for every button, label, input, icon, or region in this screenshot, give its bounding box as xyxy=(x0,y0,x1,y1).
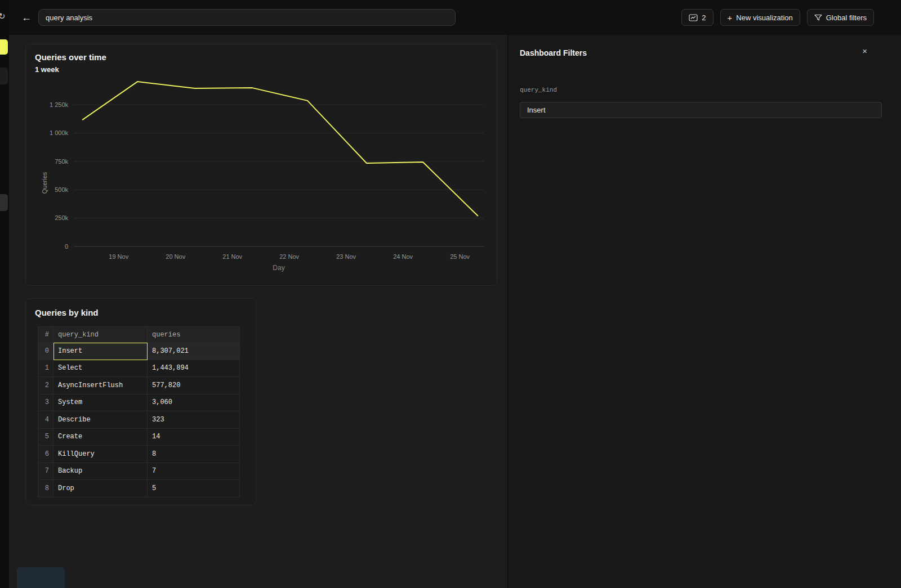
table-row[interactable]: 7Backup7 xyxy=(38,463,240,481)
table-header-cell[interactable]: # xyxy=(38,327,53,343)
chart-subtitle: 1 week xyxy=(35,65,59,74)
table-cell[interactable]: 5 xyxy=(148,480,240,497)
back-button[interactable]: ← xyxy=(21,12,36,24)
filter-field-label: query_kind xyxy=(520,87,557,93)
table-header-cell[interactable]: query_kind xyxy=(53,327,148,343)
bottom-left-widget[interactable] xyxy=(17,567,65,588)
table-cell[interactable]: 7 xyxy=(148,463,240,481)
content-row: 0250k500k750k1 000k1 250k19 Nov20 Nov21 … xyxy=(9,35,901,588)
funnel-icon xyxy=(814,14,822,21)
table-row[interactable]: 1Select1,443,894 xyxy=(38,360,240,378)
left-sidebar: ↻ xyxy=(0,0,9,588)
table-cell[interactable]: 7 xyxy=(38,463,53,481)
chart-title: Queries over time xyxy=(35,52,106,62)
y-tick-label: 500k xyxy=(55,186,68,193)
table-cell[interactable]: 0 xyxy=(38,343,53,360)
visualization-icon xyxy=(689,14,698,21)
table-cell[interactable]: System xyxy=(53,394,148,412)
table-cell[interactable]: Select xyxy=(53,360,148,378)
filter-value-input[interactable] xyxy=(520,102,882,118)
table-row[interactable]: 6KillQuery8 xyxy=(38,446,240,463)
table-cell[interactable]: 6 xyxy=(38,446,53,463)
table-cell[interactable]: KillQuery xyxy=(53,446,148,463)
table-row[interactable]: 5Create14 xyxy=(38,429,240,446)
sidebar-item[interactable] xyxy=(0,194,8,211)
table-cell[interactable]: 3 xyxy=(38,394,53,412)
app-root: ↻ ← 2 + New visualization xyxy=(0,0,901,588)
x-tick-label: 24 Nov xyxy=(393,253,413,260)
table-cell[interactable]: 8 xyxy=(38,480,53,497)
table-cell[interactable]: 4 xyxy=(38,411,53,429)
new-visualization-button[interactable]: + New visualization xyxy=(720,9,800,26)
y-tick-label: 750k xyxy=(55,158,68,165)
y-tick-label: 1 250k xyxy=(50,101,69,108)
table-cell[interactable]: 2 xyxy=(38,377,53,394)
table-panel: Queries by kind #query_kindqueries 0Inse… xyxy=(25,298,256,505)
sidebar-item[interactable] xyxy=(0,68,8,84)
dashboard-canvas: 0250k500k750k1 000k1 250k19 Nov20 Nov21 … xyxy=(9,35,507,588)
main-column: ← 2 + New visualization xyxy=(9,0,901,588)
y-tick-label: 250k xyxy=(55,214,68,221)
table-cell[interactable]: 5 xyxy=(38,429,53,446)
plus-icon: + xyxy=(728,14,733,22)
y-tick-label: 1 000k xyxy=(50,129,69,136)
table-title: Queries by kind xyxy=(35,308,99,317)
table-row[interactable]: 4Describe323 xyxy=(38,411,240,429)
table-cell[interactable]: Describe xyxy=(53,411,148,429)
table-cell[interactable]: 8 xyxy=(148,446,240,463)
x-tick-label: 22 Nov xyxy=(279,253,299,260)
table-row[interactable]: 2AsyncInsertFlush577,820 xyxy=(38,377,240,394)
series-line xyxy=(82,82,478,216)
filters-panel-title: Dashboard Filters xyxy=(520,48,587,57)
close-icon[interactable]: × xyxy=(862,46,867,56)
table-cell[interactable]: 3,060 xyxy=(148,394,240,412)
refresh-icon[interactable]: ↻ xyxy=(0,11,6,21)
table-cell[interactable]: 8,307,021 xyxy=(148,343,240,360)
y-axis-label: Queries xyxy=(41,172,48,194)
table-cell[interactable]: 1 xyxy=(38,360,53,378)
visualizations-count: 2 xyxy=(702,14,706,22)
table-cell[interactable]: Backup xyxy=(53,463,148,481)
x-tick-label: 19 Nov xyxy=(109,253,128,260)
queries-table: #query_kindqueries 0Insert8,307,0211Sele… xyxy=(38,326,240,497)
x-tick-label: 23 Nov xyxy=(336,253,356,260)
table-cell[interactable]: Drop xyxy=(53,480,148,497)
topbar: ← 2 + New visualization xyxy=(9,0,901,35)
dashboard-filters-panel: Dashboard Filters × query_kind xyxy=(507,35,901,588)
table-header-cell[interactable]: queries xyxy=(148,327,240,343)
table-row[interactable]: 0Insert8,307,021 xyxy=(38,343,240,360)
table-cell[interactable]: 577,820 xyxy=(148,377,240,394)
new-visualization-label: New visualization xyxy=(736,14,792,22)
x-tick-label: 20 Nov xyxy=(166,253,185,260)
table-cell[interactable]: 14 xyxy=(148,429,240,446)
visualizations-count-button[interactable]: 2 xyxy=(681,9,713,26)
table-cell[interactable]: AsyncInsertFlush xyxy=(53,377,148,394)
table-row[interactable]: 3System3,060 xyxy=(38,394,240,412)
line-chart: 0250k500k750k1 000k1 250k19 Nov20 Nov21 … xyxy=(26,44,498,286)
table-row[interactable]: 8Drop5 xyxy=(38,480,240,497)
global-filters-button[interactable]: Global filters xyxy=(807,9,874,26)
x-tick-label: 21 Nov xyxy=(222,253,242,260)
chart-panel: 0250k500k750k1 000k1 250k19 Nov20 Nov21 … xyxy=(25,44,497,286)
topbar-actions: 2 + New visualization Global filters xyxy=(681,9,874,26)
table-header-row: #query_kindqueries xyxy=(38,327,240,343)
y-tick-label: 0 xyxy=(65,243,68,250)
dashboard-title-input[interactable] xyxy=(38,9,456,26)
sidebar-item-active[interactable] xyxy=(0,39,8,55)
table-cell[interactable]: Insert xyxy=(53,343,148,360)
table-body: 0Insert8,307,0211Select1,443,8942AsyncIn… xyxy=(38,343,240,497)
table-cell[interactable]: 323 xyxy=(148,411,240,429)
table-cell[interactable]: Create xyxy=(53,429,148,446)
table-cell[interactable]: 1,443,894 xyxy=(148,360,240,378)
x-axis-label: Day xyxy=(74,264,484,272)
x-tick-label: 25 Nov xyxy=(450,253,470,260)
global-filters-label: Global filters xyxy=(826,14,867,22)
